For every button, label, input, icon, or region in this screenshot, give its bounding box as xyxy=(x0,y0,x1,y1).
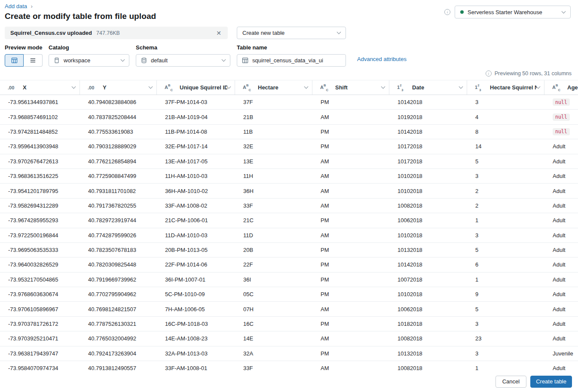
column-header-x[interactable]: .00X xyxy=(0,80,80,95)
advanced-attributes-link[interactable]: Advanced attributes xyxy=(357,56,407,62)
column-header-shift[interactable]: ABCShift xyxy=(312,80,389,95)
table-cell: -73.9584070974734 xyxy=(0,361,80,374)
schema-select-value: default xyxy=(151,57,168,64)
column-name: Shift xyxy=(335,84,348,91)
table-cell: 2 xyxy=(467,199,544,213)
table-cell: -73.9768603630674 xyxy=(0,287,80,301)
column-header-unique-squirrel-id[interactable]: ABCUnique Squirrel ID xyxy=(157,80,235,95)
chevron-down-icon[interactable] xyxy=(149,85,153,89)
table-row: -73.958269431228940.791736782025533F-AM-… xyxy=(0,199,578,213)
table-cell: -73.9541201789795 xyxy=(0,184,80,198)
table-cell: 40.7837825208444 xyxy=(80,110,157,124)
table-cell: 21C-PM-1006-01 xyxy=(157,213,235,227)
string-icon: ABC xyxy=(320,84,330,91)
table-cell: 16C xyxy=(235,317,312,331)
create-table-button[interactable]: Create table xyxy=(530,376,572,388)
decimal-icon: .00 xyxy=(88,85,97,90)
table-cell: 11H-AM-1010-03 xyxy=(157,169,235,183)
table-cell: 10082018 xyxy=(389,361,467,374)
uploaded-file-name: Squirrel_Census.csv uploaded xyxy=(10,30,92,36)
catalog-label: Catalog xyxy=(49,44,129,51)
table-cell: 40.7725908847499 xyxy=(80,169,157,183)
table-cell: 10062018 xyxy=(389,302,467,316)
table-cell: 37F xyxy=(235,95,312,109)
table-cell: 5 xyxy=(467,154,544,168)
chevron-down-icon[interactable] xyxy=(536,85,541,89)
table-cell: PM xyxy=(312,95,389,109)
table-cell: 10062018 xyxy=(389,213,467,227)
table-cell: 2 xyxy=(467,184,544,198)
table-cell: 20B-PM-1013-05 xyxy=(157,243,235,257)
table-cell: Adult xyxy=(544,331,578,346)
table-cell: PM xyxy=(312,125,389,139)
table-cell: 40.7823507678183 xyxy=(80,243,157,257)
chevron-down-icon[interactable] xyxy=(381,85,385,89)
table-cell: 37F-PM-1014-03 xyxy=(157,95,235,109)
column-name: Hectare Squirrel N xyxy=(490,84,537,91)
breadcrumb[interactable]: Add data › xyxy=(5,3,33,9)
table-cell: 10102018 xyxy=(389,184,467,198)
null-value-badge: null xyxy=(553,128,570,135)
table-cell: 11B xyxy=(235,125,312,139)
table-cell: 40.7702795904962 xyxy=(80,287,157,301)
table-cell: 33F-AM-1008-01 xyxy=(157,361,235,374)
table-cell: 40.7917367820255 xyxy=(80,199,157,213)
preview-info-text: Previewing 50 rows, 31 columns xyxy=(495,70,572,77)
table-cell: 22F-PM-1014-06 xyxy=(157,257,235,272)
close-icon[interactable]: ✕ xyxy=(215,30,222,37)
table-cell: -73.9532170504865 xyxy=(0,273,80,287)
table-cell: -73.9702676472613 xyxy=(0,154,80,168)
table-cell: AM xyxy=(312,184,389,198)
chevron-down-icon[interactable] xyxy=(227,85,231,89)
table-body: -73.956134493786140.794082388408637F-PM-… xyxy=(0,95,578,374)
table-cell: 05C xyxy=(235,287,312,301)
table-cell: -73.9706105896967 xyxy=(0,302,80,316)
table-cell: 9 xyxy=(467,287,544,301)
table-cell: 40.7762126854894 xyxy=(80,154,157,168)
table-cell: PM xyxy=(312,287,389,301)
catalog-select[interactable]: workspace xyxy=(49,54,129,67)
table-cell: 7H-AM-1006-05 xyxy=(157,302,235,316)
null-value-badge: null xyxy=(553,98,570,106)
table-cell: -73.9596413903948 xyxy=(0,139,80,153)
column-header-y[interactable]: .00Y xyxy=(80,80,157,95)
column-header-age[interactable]: ABCAge xyxy=(544,80,578,95)
table-cell: -73.9742811484852 xyxy=(0,125,80,139)
table-cell: 10142018 xyxy=(389,125,467,139)
chevron-down-icon[interactable] xyxy=(304,85,309,89)
table-row: -73.968361351622540.772590884749911H-AM-… xyxy=(0,169,578,184)
table-cell: 40.7765032004992 xyxy=(80,331,157,346)
create-table-page: Add data › Serverless Starter Warehouse … xyxy=(0,0,578,392)
table-cell: Adult xyxy=(544,228,578,242)
table-cell: Adult xyxy=(544,169,578,183)
breadcrumb-add-data-link[interactable]: Add data xyxy=(5,3,27,9)
table-cell: 40.7820309825448 xyxy=(80,257,157,272)
table-cell: 21B xyxy=(235,110,312,124)
table-cell: 21C xyxy=(235,213,312,227)
list-view-toggle[interactable] xyxy=(24,54,43,67)
table-cell: 16C-PM-1018-03 xyxy=(157,317,235,331)
table-cell: 40.7903128889029 xyxy=(80,139,157,153)
table-cell: 36I-PM-1007-01 xyxy=(157,273,235,287)
table-cell: 10142018 xyxy=(389,95,467,109)
table-cell: -73.9638179439747 xyxy=(0,346,80,361)
column-name: X xyxy=(23,84,27,91)
warehouse-select[interactable]: Serverless Starter Warehouse xyxy=(455,6,571,18)
info-icon[interactable] xyxy=(444,9,450,15)
table-name-input[interactable]: squirrel_census_data_via_ui xyxy=(237,54,346,67)
table-cell: -73.9561344937861 xyxy=(0,95,80,109)
chevron-down-icon xyxy=(222,58,226,62)
table-row: -73.954120178979540.793181170108236H-AM-… xyxy=(0,184,578,198)
chevron-down-icon[interactable] xyxy=(459,85,463,89)
table-cell: 32E-PM-1017-14 xyxy=(157,139,235,153)
table-mode-select[interactable]: Create new table xyxy=(237,27,346,39)
column-header-date[interactable]: 123Date xyxy=(389,80,467,95)
upload-row: Squirrel_Census.csv uploaded 747.76KB ✕ … xyxy=(5,27,578,39)
cancel-button[interactable]: Cancel xyxy=(495,376,526,388)
column-header-hectare-squirrel-n[interactable]: 123Hectare Squirrel N xyxy=(467,80,544,95)
preview-info: Previewing 50 rows, 31 columns xyxy=(0,70,578,77)
column-header-hectare[interactable]: ABCHectare xyxy=(235,80,312,95)
chevron-down-icon[interactable] xyxy=(72,85,76,89)
schema-select[interactable]: default xyxy=(136,54,230,67)
grid-view-toggle[interactable] xyxy=(5,54,24,67)
